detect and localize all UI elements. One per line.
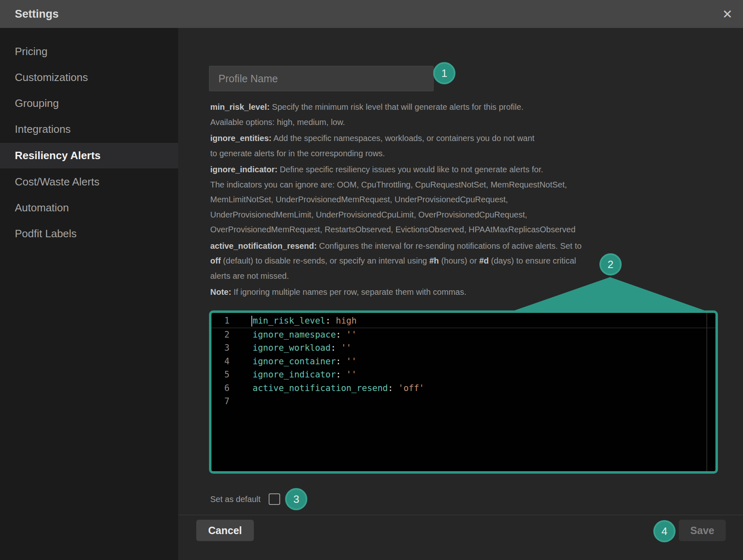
- yaml-editor[interactable]: 1min_risk_level: high2ignore_namespace: …: [209, 310, 718, 474]
- dialog-title: Settings: [15, 0, 59, 28]
- description-line: off (default) to disable re-sends, or sp…: [210, 253, 696, 268]
- code-text: min_risk_level: high: [253, 314, 357, 328]
- description-paragraph-2: ignore_entities: Add the specific namesp…: [210, 131, 696, 161]
- code-line-5[interactable]: 5ignore_indicator: '': [211, 368, 715, 382]
- code-line-3[interactable]: 3ignore_workload: '': [211, 341, 715, 355]
- dialog-footer: Cancel 4 Save: [178, 515, 743, 560]
- callout-badge-1: 1: [433, 62, 455, 84]
- profile-name-input[interactable]: [209, 66, 434, 91]
- sidebar-item-resiliency-alerts[interactable]: Resiliency Alerts: [0, 142, 178, 169]
- sidebar-item-podfit-labels[interactable]: Podfit Labels: [0, 221, 178, 247]
- line-number: 3: [211, 341, 230, 355]
- main-panel: 1 min_risk_level: Specify the minimum ri…: [178, 28, 743, 560]
- description-paragraph-1: min_risk_level: Specify the minimum risk…: [210, 100, 696, 130]
- description-line: active_notification_resend: Configures t…: [210, 238, 696, 254]
- line-number: 4: [211, 355, 230, 368]
- code-text: ignore_container: '': [253, 355, 357, 368]
- sidebar-item-automation[interactable]: Automation: [0, 195, 178, 221]
- description-line: to generate alerts for in the correspond…: [210, 146, 696, 161]
- profile-description-text: min_risk_level: Specify the minimum risk…: [210, 100, 696, 301]
- set-default-checkbox[interactable]: [269, 493, 280, 505]
- description-line: alerts are not missed.: [210, 268, 696, 284]
- code-line-4[interactable]: 4ignore_container: '': [211, 355, 715, 368]
- line-number: 1: [211, 314, 230, 328]
- code-line-2[interactable]: 2ignore_namespace: '': [211, 328, 715, 342]
- code-line-7[interactable]: 7: [211, 395, 715, 408]
- sidebar-item-cost-waste-alerts[interactable]: Cost/Waste Alerts: [0, 169, 178, 195]
- code-text: ignore_workload: '': [253, 341, 351, 355]
- description-line: min_risk_level: Specify the minimum risk…: [210, 100, 696, 115]
- description-line: Available options: high, medium, low.: [210, 115, 696, 130]
- code-text: ignore_indicator: '': [253, 368, 357, 382]
- sidebar-item-customizations[interactable]: Customizations: [0, 65, 178, 90]
- code-text: ignore_namespace: '': [253, 328, 357, 342]
- save-button[interactable]: Save: [679, 520, 726, 541]
- callout-badge-2: 2: [599, 253, 622, 275]
- description-line: ignore_indicator: Define specific resili…: [210, 162, 696, 177]
- code-line-6[interactable]: 6active_notification_resend: 'off': [211, 382, 715, 395]
- dialog-header: Settings ✕: [0, 0, 743, 28]
- description-line: MemLimitNotSet, UnderProvisionedMemReque…: [210, 192, 696, 207]
- settings-sidebar: PricingCustomizationsGroupingIntegration…: [0, 28, 178, 560]
- sidebar-item-integrations[interactable]: Integrations: [0, 116, 178, 142]
- callout-badge-4: 4: [653, 520, 676, 542]
- description-line: OverProvisionedMemRequest, RestartsObser…: [210, 222, 696, 237]
- sidebar-item-grouping[interactable]: Grouping: [0, 90, 178, 116]
- line-number: 6: [211, 382, 230, 395]
- description-paragraph-4: active_notification_resend: Configures t…: [210, 238, 696, 284]
- line-number: 2: [211, 328, 230, 342]
- cancel-button[interactable]: Cancel: [196, 520, 254, 541]
- settings-dialog: Settings ✕ PricingCustomizationsGrouping…: [0, 0, 743, 560]
- set-default-row: Set as default 3: [210, 488, 307, 510]
- yaml-editor-content[interactable]: 1min_risk_level: high2ignore_namespace: …: [211, 313, 715, 471]
- set-default-label: Set as default: [210, 495, 260, 504]
- line-number: 5: [211, 368, 230, 382]
- line-number: 7: [211, 395, 230, 408]
- sidebar-item-pricing[interactable]: Pricing: [0, 39, 178, 65]
- close-icon[interactable]: ✕: [718, 5, 736, 23]
- description-line: UnderProvisionedMemLimit, UnderProvision…: [210, 207, 696, 222]
- text-cursor: [251, 316, 252, 326]
- description-line: ignore_entities: Add the specific namesp…: [210, 131, 696, 146]
- description-paragraph-3: ignore_indicator: Define specific resili…: [210, 162, 696, 237]
- editor-scrollbar[interactable]: [706, 313, 707, 471]
- code-text: active_notification_resend: 'off': [253, 382, 424, 395]
- callout-badge-3: 3: [285, 488, 307, 510]
- code-line-1[interactable]: 1min_risk_level: high: [211, 314, 715, 328]
- description-line: The indicators you can ignore are: OOM, …: [210, 177, 696, 192]
